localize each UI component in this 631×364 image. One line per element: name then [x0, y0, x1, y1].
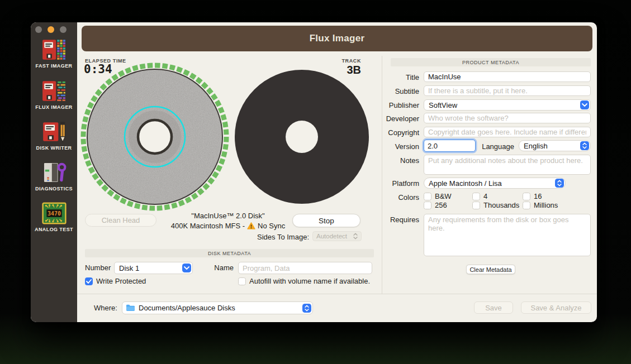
developer-input[interactable] [424, 113, 591, 123]
developer-label: Developer [382, 114, 419, 123]
disk-writer-icon [41, 119, 67, 145]
sidebar-item-label: FAST IMAGER [31, 63, 77, 69]
close-button[interactable] [35, 26, 42, 33]
sidebar-item-label: DIAGNOSTICS [31, 186, 77, 191]
checkbox-unchecked-icon[interactable] [472, 193, 480, 200]
zoom-button[interactable] [60, 26, 67, 33]
sidebar-item-label: FLUX IMAGER [31, 104, 77, 110]
checkbox-unchecked-icon[interactable] [472, 202, 480, 209]
checkbox-unchecked-icon[interactable] [238, 277, 246, 285]
notes-label: Notes [382, 156, 419, 165]
sidebar-item-label: DISK WRITER [31, 145, 77, 151]
title-input[interactable] [424, 71, 591, 82]
save-analyze-button[interactable]: Save & Analyze [521, 301, 591, 314]
warning-icon [247, 222, 255, 229]
color-4-checkbox[interactable]: 4 [472, 192, 487, 200]
flux-disk-visualization [80, 62, 230, 212]
checkbox-unchecked-icon[interactable] [523, 193, 530, 200]
number-label: Number [85, 264, 111, 272]
publisher-combo[interactable]: SoftView [424, 99, 591, 111]
checkbox-checked-icon[interactable] [85, 277, 93, 285]
sidebar-item-diagnostics[interactable]: DIAGNOSTICS [31, 160, 77, 191]
sidebar: FAST IMAGER FLUX IMAGER [31, 22, 77, 322]
stepper-icon[interactable] [555, 179, 564, 188]
sidebar-item-fast-imager[interactable]: FAST IMAGER [31, 37, 77, 69]
color-16-checkbox[interactable]: 16 [523, 192, 542, 200]
disk-hub-hole [138, 120, 172, 154]
stepper-icon [353, 233, 358, 240]
copyright-input[interactable] [424, 127, 591, 137]
language-select[interactable]: English [519, 140, 591, 151]
name-label: Name [206, 264, 234, 272]
requires-label: Requires [382, 215, 419, 224]
chevron-down-icon[interactable] [580, 100, 589, 109]
notes-textarea[interactable] [424, 155, 591, 175]
sidebar-item-disk-writer[interactable]: DISK WRITER [31, 119, 77, 151]
color-256-checkbox[interactable]: 256 [424, 201, 447, 209]
clean-head-button[interactable]: Clean Head [85, 214, 156, 227]
checkbox-unchecked-icon[interactable] [523, 202, 530, 209]
subtitle-label: Subtitle [382, 87, 419, 95]
disk-format: 400K Macintosh MFS - [171, 222, 245, 230]
flux-imager-icon [41, 78, 67, 104]
requires-textarea[interactable] [424, 214, 591, 256]
disk-status: "MacInUse™ 2.0 Disk" 400K Macintosh MFS … [158, 212, 298, 230]
page-title: Flux Imager [82, 26, 592, 51]
sides-to-image-label: Sides To Image: [220, 233, 309, 241]
color-bw-checkbox[interactable]: B&W [424, 192, 452, 200]
version-input[interactable] [424, 140, 476, 152]
platform-select[interactable]: Apple Macintosh / Lisa [424, 178, 566, 189]
color-thousands-checkbox[interactable]: Thousands [472, 201, 519, 209]
fast-imager-icon [41, 37, 67, 63]
clear-metadata-button[interactable]: Clear Metadata [466, 265, 515, 274]
disk-name-input[interactable] [238, 262, 372, 274]
stepper-icon[interactable] [580, 141, 589, 150]
where-label: Where: [94, 304, 117, 312]
minimize-button[interactable] [48, 26, 54, 33]
sides-to-image-select[interactable]: Autodetect [312, 231, 362, 241]
side-b-disk-visualization [235, 70, 369, 204]
sidebar-item-flux-imager[interactable]: FLUX IMAGER [31, 78, 77, 110]
product-metadata-header: PRODUCT METADATA [391, 58, 591, 66]
app-window: FAST IMAGER FLUX IMAGER [31, 22, 597, 322]
copyright-label: Copyright [382, 128, 419, 137]
disk-hub-hole [286, 121, 318, 153]
diagnostics-icon [41, 160, 67, 185]
sidebar-item-analog-test[interactable]: 3470 ANALOG TEST [31, 200, 77, 232]
subtitle-input[interactable] [424, 85, 591, 96]
color-millions-checkbox[interactable]: Millions [523, 201, 558, 209]
footer-divider [77, 294, 597, 294]
where-select[interactable]: Documents/Applesauce Disks [122, 301, 313, 314]
version-label: Version [382, 142, 419, 151]
stop-button[interactable]: Stop [292, 214, 360, 227]
disk-warning-text: No Sync [258, 222, 285, 230]
platform-label: Platform [382, 179, 419, 188]
save-button[interactable]: Save [474, 301, 513, 314]
disk-metadata-header: DISK METADATA [85, 249, 374, 257]
sidebar-item-label: ANALOG TEST [31, 227, 77, 232]
disk-name: "MacInUse™ 2.0 Disk" [158, 212, 298, 220]
colors-label: Colors [382, 193, 419, 202]
traffic-lights [35, 26, 67, 33]
publisher-label: Publisher [382, 101, 419, 109]
stepper-icon[interactable] [302, 304, 311, 313]
main-content: Flux Imager ELAPSED TIME 0:34 TRACK 3B [77, 22, 597, 322]
checkbox-unchecked-icon[interactable] [424, 202, 431, 209]
track-label: TRACK [310, 58, 361, 64]
autofill-checkbox[interactable]: Autofill with volume name if available. [238, 277, 370, 285]
title-label: Title [382, 73, 419, 82]
chevron-down-icon[interactable] [182, 264, 191, 272]
folder-icon [126, 304, 135, 312]
analog-test-icon: 3470 [41, 200, 67, 226]
checkbox-unchecked-icon[interactable] [424, 193, 431, 200]
disk-number-combo[interactable]: Disk 1 [114, 262, 193, 274]
language-label: Language [477, 142, 514, 151]
write-protected-checkbox[interactable]: Write Protected [85, 277, 146, 285]
svg-text:3470: 3470 [48, 210, 61, 217]
